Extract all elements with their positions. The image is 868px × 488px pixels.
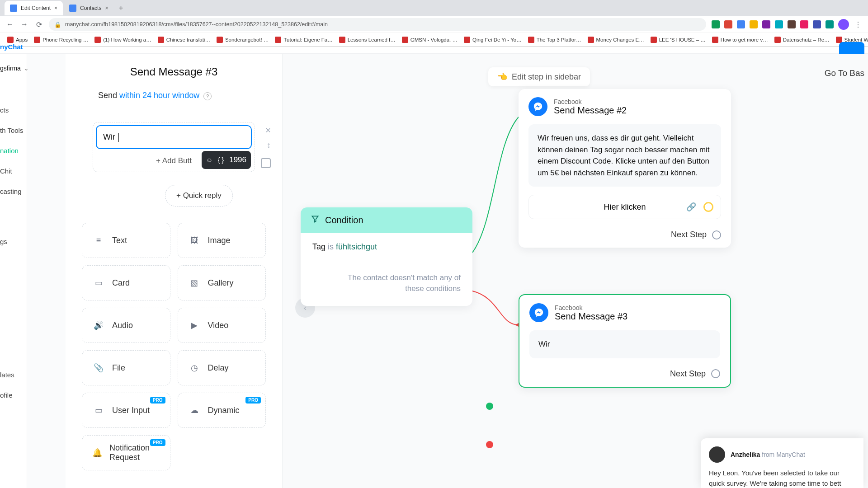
condition-rule[interactable]: Tag is fühltsichgut	[312, 242, 461, 252]
node-title: Send Message #2	[554, 105, 627, 116]
profile-avatar[interactable]	[838, 19, 849, 30]
emoji-icon[interactable]: ☺	[206, 156, 212, 164]
block-text[interactable]: ≡Text	[82, 223, 170, 258]
bookmark-item[interactable]: The Top 3 Platfor…	[526, 36, 583, 44]
close-icon[interactable]: ×	[105, 5, 108, 11]
nav-item[interactable]: cts	[0, 100, 27, 120]
block-video[interactable]: ▶Video	[178, 308, 266, 343]
extension-icon[interactable]	[813, 20, 821, 28]
bookmark-item[interactable]: Tutorial: Eigene Fa…	[273, 36, 334, 44]
extension-icon[interactable]	[712, 20, 720, 28]
output-port[interactable]	[712, 230, 721, 239]
nav-item[interactable]: ofile	[0, 385, 27, 405]
block-audio[interactable]: 🔊Audio	[82, 308, 170, 343]
close-icon[interactable]: ×	[54, 5, 57, 11]
extension-icon[interactable]	[762, 20, 770, 28]
bookmark-item[interactable]: LEE 'S HOUSE – …	[649, 36, 708, 44]
duplicate-icon[interactable]	[261, 158, 271, 168]
block-notification[interactable]: 🔔Notification RequestPRO	[82, 435, 170, 470]
next-step-row[interactable]: Next Step	[519, 366, 730, 387]
bookmark-item[interactable]: Lessons Learned f…	[337, 36, 397, 44]
url-text: manychat.com/fb19815020819206318/cms/fil…	[65, 21, 328, 28]
message-text-input[interactable]: Wir	[96, 125, 252, 149]
nav-item[interactable]: casting	[0, 181, 27, 202]
chevron-down-icon: ⌄	[24, 65, 29, 72]
node-condition[interactable]: Condition Tag is fühltsichgut The contac…	[301, 207, 472, 306]
bookmark-favicon	[7, 37, 14, 43]
bookmark-item[interactable]: GMSN - Vologda, …	[400, 36, 459, 44]
flow-canvas[interactable]: ‹ 👈 Edit step in sidebar Go To Bas Condi…	[283, 54, 868, 488]
message-button[interactable]: Hier klicken 🔗	[528, 195, 721, 219]
block-image[interactable]: 🖼Image	[178, 223, 266, 258]
app-root: nyChat gsfirma ⌄ ctsth ToolsnationChitca…	[0, 47, 868, 488]
nav-item[interactable]: nation	[0, 141, 27, 161]
block-dynamic[interactable]: ☁DynamicPRO	[178, 393, 266, 428]
remove-block-icon[interactable]: ×	[265, 125, 271, 136]
output-port-false[interactable]	[486, 441, 493, 448]
braces-icon[interactable]: { }	[218, 156, 224, 164]
block-palette: ≡Text 🖼Image ▭Card ▧Gallery 🔊Audio ▶Vide…	[66, 206, 282, 470]
extension-icon[interactable]	[724, 20, 732, 28]
bookmark-item[interactable]: Chinese translati…	[156, 36, 212, 44]
node-send-message-2[interactable]: Facebook Send Message #2 Wir freuen uns,…	[519, 89, 731, 248]
menu-icon[interactable]: ⋮	[854, 20, 863, 29]
output-port-true[interactable]	[486, 403, 493, 410]
bookmark-item[interactable]: How to get more v…	[710, 36, 770, 44]
block-user-input[interactable]: ▭User InputPRO	[82, 393, 170, 428]
tab-title: Edit Content	[21, 5, 51, 11]
lock-icon: 🔒	[54, 21, 61, 28]
message-preview: Wir	[529, 330, 720, 358]
bookmark-item[interactable]: Sonderangebot! …	[215, 36, 271, 44]
extension-icon[interactable]	[737, 20, 745, 28]
output-port[interactable]	[703, 202, 713, 212]
nav-item[interactable]: gs	[0, 231, 27, 252]
bookmark-favicon	[774, 37, 781, 43]
tab-contacts[interactable]: Contacts ×	[64, 1, 113, 15]
help-icon[interactable]: ?	[203, 92, 212, 100]
add-button-row[interactable]: + Add Butt ☺ { } 1996	[93, 149, 255, 172]
bookmark-item[interactable]: Qing Fei De Yi - Yo…	[462, 36, 524, 44]
extension-icon[interactable]	[750, 20, 758, 28]
block-file[interactable]: 📎File	[82, 350, 170, 385]
bookmark-item[interactable]: Datenschutz – Re…	[773, 36, 831, 44]
nav-item[interactable]: th Tools	[0, 120, 27, 141]
next-step-row[interactable]: Next Step	[519, 227, 731, 248]
send-window-link[interactable]: within 24 hour window	[119, 91, 199, 100]
edit-in-sidebar-chip[interactable]: 👈 Edit step in sidebar	[488, 67, 590, 86]
block-gallery[interactable]: ▧Gallery	[178, 265, 266, 300]
block-card[interactable]: ▭Card	[82, 265, 170, 300]
extension-icon[interactable]	[775, 20, 783, 28]
bookmark-item[interactable]: (1) How Working a…	[93, 36, 153, 44]
block-delay[interactable]: ◷Delay	[178, 350, 266, 385]
support-message: Hey Leon, You've been selected to take o…	[709, 468, 855, 488]
nav-item[interactable]: lates	[0, 365, 27, 385]
bookmark-item[interactable]: Money Changes E…	[586, 36, 646, 44]
support-chat-widget[interactable]: Anzhelika from ManyChat Hey Leon, You've…	[701, 438, 863, 488]
bookmark-item[interactable]: Phone Recycling …	[32, 36, 90, 44]
link-icon: 🔗	[686, 202, 696, 212]
go-to-link[interactable]: Go To Bas	[825, 68, 864, 78]
workspace-selector[interactable]: gsfirma ⌄	[0, 63, 27, 74]
quick-reply-button[interactable]: + Quick reply	[165, 185, 233, 206]
reorder-icon[interactable]: ↕	[267, 141, 271, 150]
bookmark-item[interactable]: Apps	[5, 36, 29, 44]
extension-icon[interactable]	[788, 20, 796, 28]
reload-icon[interactable]: ⟳	[34, 20, 43, 29]
platform-label: Facebook	[555, 304, 627, 311]
address-bar[interactable]: 🔒 manychat.com/fb19815020819206318/cms/f…	[49, 18, 706, 31]
extension-icon[interactable]	[826, 20, 834, 28]
toolbar: ← → ⟳ 🔒 manychat.com/fb19815020819206318…	[0, 16, 868, 33]
node-send-message-3[interactable]: Facebook Send Message #3 Wir Next Step	[519, 294, 731, 388]
new-tab-button[interactable]: +	[114, 2, 127, 14]
back-icon[interactable]: ←	[5, 20, 14, 29]
nav-item[interactable]: Chit	[0, 161, 27, 181]
tab-edit-content[interactable]: Edit Content ×	[5, 1, 63, 15]
bookmarks-bar: AppsPhone Recycling …(1) How Working a…C…	[0, 33, 868, 46]
left-nav: gsfirma ⌄ ctsth ToolsnationChitcastinggs…	[0, 54, 27, 488]
output-port[interactable]	[711, 369, 720, 378]
forward-icon[interactable]: →	[20, 20, 29, 29]
condition-else[interactable]: The contact doesn't match any of these c…	[301, 261, 472, 306]
char-counter: 1996	[229, 155, 246, 164]
extensions: ⋮	[712, 19, 863, 30]
extension-icon[interactable]	[800, 20, 808, 28]
